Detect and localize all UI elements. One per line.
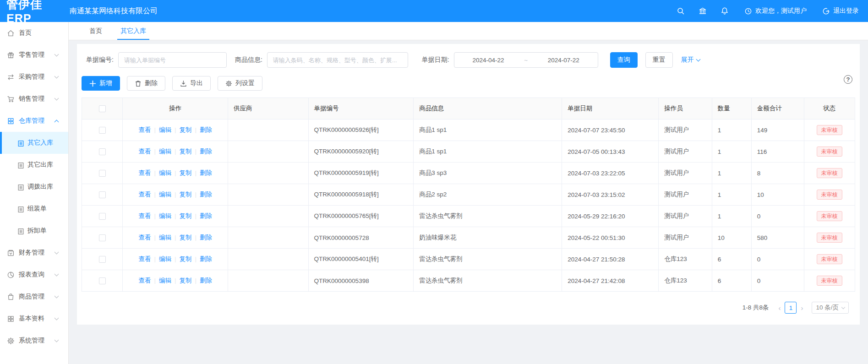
row-checkbox[interactable] [99,256,106,263]
cell-qty: 1 [712,163,751,184]
row-checkbox[interactable] [99,148,106,155]
edit-link[interactable]: 编辑 [159,191,171,198]
cell-qty: 1 [712,184,751,206]
copy-link[interactable]: 复制 [179,169,191,176]
sidebar-item-basedata[interactable]: 基本资料 [0,308,68,330]
search-icon[interactable] [677,7,685,15]
edit-link[interactable]: 编辑 [159,148,171,155]
expand-link[interactable]: 展开 [681,56,700,64]
cell-code: QTRK00000005401[转] [308,249,414,270]
delete-link[interactable]: 删除 [200,169,212,176]
cell-product: 雷达杀虫气雾剂 [414,270,562,292]
prev-page-arrow[interactable]: ‹ [775,304,784,312]
copy-link[interactable]: 复制 [179,212,191,219]
delete-link[interactable]: 删除 [200,277,212,284]
edit-link[interactable]: 编辑 [159,277,171,284]
tab-home[interactable]: 首页 [82,22,109,40]
delete-link[interactable]: 删除 [200,126,212,133]
row-checkbox[interactable] [99,277,106,284]
sidebar-item-label: 其它出库 [27,161,68,169]
tab-other-inbound[interactable]: 其它入库 [114,22,153,40]
edit-link[interactable]: 编辑 [159,169,171,176]
edit-link[interactable]: 编辑 [159,234,171,241]
cell-qty: 1 [712,120,751,141]
edit-link[interactable]: 编辑 [159,126,171,133]
row-checkbox[interactable] [99,213,106,220]
cell-code: QTRK00000005918[转] [308,184,414,206]
select-all-checkbox[interactable] [99,105,106,112]
copy-link[interactable]: 复制 [179,234,191,241]
top-header: 管伊佳ERP 南通某某网络科技有限公司 欢迎您，测试用户 退出登录 [0,0,868,22]
row-actions-cell: 查看|编辑|复制|删除 [123,141,228,163]
view-link[interactable]: 查看 [138,148,151,155]
row-checkbox[interactable] [99,234,106,241]
view-link[interactable]: 查看 [138,126,151,133]
cell-code: QTRK00000005920[转] [308,141,414,163]
bell-icon[interactable] [721,7,729,15]
add-button[interactable]: 新增 [82,76,120,91]
delete-link[interactable]: 删除 [200,255,212,262]
action-separator: | [195,255,197,262]
sidebar-item-home[interactable]: 首页 [0,22,68,44]
cell-qty: 10 [712,227,751,249]
edit-link[interactable]: 编辑 [159,255,171,262]
chevron-down-icon [55,315,59,320]
view-link[interactable]: 查看 [138,169,151,176]
status-badge: 未审核 [817,168,842,178]
view-link[interactable]: 查看 [138,277,151,284]
product-info-input[interactable] [267,52,408,68]
sidebar-item-purchase[interactable]: 采购管理 [0,66,68,88]
sidebar-item-warehouse[interactable]: 仓库管理 [0,110,68,132]
column-settings-button[interactable]: 列设置 [218,76,262,91]
chevron-down-icon [696,57,700,62]
delete-link[interactable]: 删除 [200,212,212,219]
cell-amount: 10 [751,184,804,206]
sidebar-item-retail[interactable]: 零售管理 [0,44,68,66]
logout-button[interactable]: 退出登录 [822,7,859,15]
sidebar-item-goods[interactable]: 商品管理 [0,286,68,308]
view-link[interactable]: 查看 [138,255,151,262]
copy-link[interactable]: 复制 [179,191,191,198]
sidebar-item-reports[interactable]: 报表查询 [0,264,68,286]
cell-status: 未审核 [804,227,855,249]
next-page-arrow[interactable]: › [797,304,806,312]
delete-link[interactable]: 删除 [200,234,212,241]
export-button[interactable]: 导出 [172,76,211,91]
row-checkbox[interactable] [99,170,106,177]
sidebar-item-disassembly[interactable]: 拆卸单 [0,220,68,242]
copy-link[interactable]: 复制 [179,126,191,133]
date-range-input[interactable]: 2024-04-22 ~ 2024-07-22 [454,52,598,68]
copy-link[interactable]: 复制 [179,148,191,155]
delete-button[interactable]: 删除 [127,76,165,91]
delete-link[interactable]: 删除 [200,148,212,155]
copy-link[interactable]: 复制 [179,277,191,284]
help-icon[interactable]: ? [844,75,852,84]
sidebar-item-label: 销售管理 [19,95,55,103]
page-number[interactable]: 1 [785,302,797,314]
copy-link[interactable]: 复制 [179,255,191,262]
search-button[interactable]: 查询 [610,52,638,68]
row-select-cell [82,184,123,206]
reset-button[interactable]: 重置 [645,52,673,68]
bank-icon[interactable] [699,7,707,15]
row-checkbox[interactable] [99,127,106,134]
sidebar-item-other-outbound[interactable]: 其它出库 [0,154,68,176]
edit-link[interactable]: 编辑 [159,212,171,219]
cell-qty: 1 [712,206,751,227]
sidebar-item-transfer-outbound[interactable]: 调拨出库 [0,176,68,198]
view-link[interactable]: 查看 [138,191,151,198]
sidebar-item-sales[interactable]: 销售管理 [0,88,68,110]
bill-no-input[interactable] [118,52,227,68]
view-link[interactable]: 查看 [138,212,151,219]
row-checkbox[interactable] [99,191,106,198]
sidebar-item-system[interactable]: 系统管理 [0,330,68,352]
delete-link[interactable]: 删除 [200,191,212,198]
cell-supplier [228,120,309,141]
sidebar-item-finance[interactable]: 财务管理 [0,242,68,264]
cell-operator: 测试用户 [659,163,712,184]
page-size-select[interactable]: 10 条/页 [812,302,849,314]
sidebar-item-other-inbound[interactable]: 其它入库 [0,132,68,154]
view-link[interactable]: 查看 [138,234,151,241]
sidebar-item-assembly[interactable]: 组装单 [0,198,68,220]
user-welcome[interactable]: 欢迎您，测试用户 [744,7,807,15]
